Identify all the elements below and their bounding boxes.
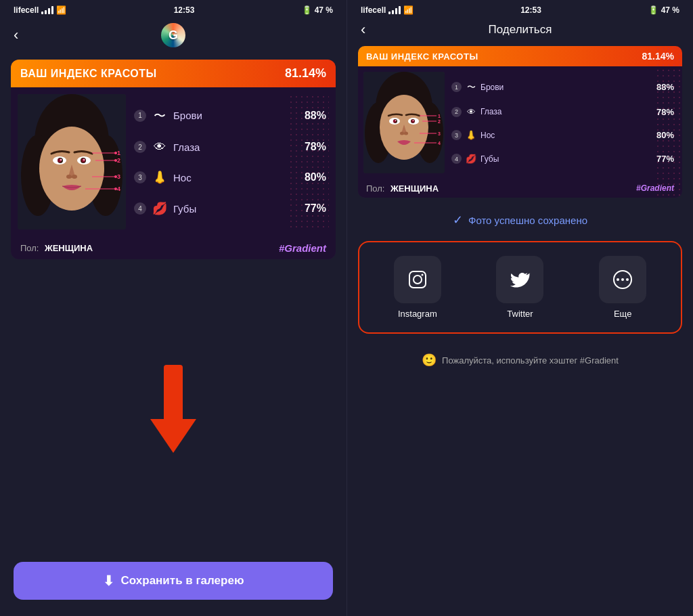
svg-point-51: [413, 276, 422, 284]
back-button-right[interactable]: ‹: [361, 21, 365, 39]
metric-row-lips: 4 💋 Губы 77%: [134, 201, 326, 216]
metric-row-sm-eyes: 2 👁 Глаза 78%: [451, 107, 674, 117]
beauty-score-left: 81.14%: [285, 66, 326, 81]
save-button-section: ⬇ Сохранить в галерею: [0, 551, 346, 616]
signal-bar-r4: [399, 6, 401, 14]
dot-background-sm: [655, 46, 682, 198]
signal-bar-3: [48, 8, 50, 14]
metric-row-sm-brows: 1 〜 Брови 88%: [451, 81, 674, 93]
beauty-score-right: 81.14%: [642, 51, 674, 62]
wifi-icon: 📶: [56, 5, 66, 15]
battery-right: 47 %: [661, 5, 679, 15]
twitter-icon-box: [496, 256, 543, 303]
save-to-gallery-button[interactable]: ⬇ Сохранить в галерею: [14, 562, 333, 600]
brows-value-sm: 88%: [656, 82, 674, 92]
card-footer-right: Пол: ЖЕНЩИНА #Gradient: [358, 179, 682, 198]
status-left-right: lifecell 📶: [361, 5, 413, 15]
gender-info-right: Пол: ЖЕНЩИНА: [366, 182, 439, 194]
nose-label-sm: Нос: [480, 131, 653, 140]
success-message: ✓ Фото успешно сохранено: [347, 202, 693, 236]
hashtag-right: #Gradient: [636, 183, 674, 193]
svg-text:1: 1: [117, 150, 120, 156]
top-nav-right: ‹ Поделиться: [347, 18, 693, 42]
twitter-label: Twitter: [507, 309, 533, 319]
right-phone-panel: lifecell 📶 12:53 🔋 47 % ‹ Поделиться ВАШ…: [346, 0, 693, 616]
svg-point-52: [421, 274, 423, 276]
gender-prefix-left: Пол:: [20, 243, 39, 253]
brows-icon-sm: 〜: [465, 81, 477, 93]
gradient-logo: G: [161, 23, 185, 47]
gender-value-left: ЖЕНЩИНА: [45, 243, 93, 253]
beauty-card-left: ВАШ ИНДЕКС КРАСОТЫ 81.14%: [11, 60, 336, 259]
svg-point-13: [58, 158, 62, 162]
signal-bar-2: [45, 10, 47, 14]
status-right-left: 🔋 47 %: [302, 5, 333, 15]
brows-label: Брови: [173, 110, 299, 121]
carrier-right: lifecell: [361, 5, 386, 15]
save-button-label: Сохранить в галерею: [121, 574, 244, 588]
metrics-list-right: 1 〜 Брови 88% 2 👁 Глаза 78% 3 👃 Нос 80%: [449, 72, 677, 173]
nose-value-sm: 80%: [656, 130, 674, 140]
time-left: 12:53: [174, 5, 195, 15]
nose-label: Нос: [173, 172, 299, 183]
gender-value-right: ЖЕНЩИНА: [390, 183, 439, 194]
svg-point-14: [81, 158, 85, 162]
back-button-left[interactable]: ‹: [14, 26, 18, 44]
battery-left: 47 %: [315, 5, 333, 15]
left-phone-panel: lifecell 📶 12:53 🔋 47 % ‹ G ВАШ ИНДЕКС К…: [0, 0, 346, 616]
wifi-icon-right: 📶: [403, 5, 413, 15]
svg-text:4: 4: [438, 141, 441, 146]
metric-row-sm-lips: 4 💋 Губы 77%: [451, 154, 674, 164]
save-icon: ⬇: [103, 573, 114, 589]
status-left: lifecell 📶: [14, 5, 66, 15]
share-area: Instagram Twitter Еще: [358, 241, 682, 334]
nose-icon: 👃: [152, 170, 168, 185]
more-icon-box: [599, 256, 646, 303]
metric-num-4: 4: [134, 202, 146, 215]
eyes-icon-sm: 👁: [465, 107, 477, 117]
signal-bar-4: [51, 6, 53, 14]
metric-num-3: 3: [134, 171, 146, 183]
arrow-shaft: [164, 365, 183, 419]
success-text: Фото успешно сохранено: [468, 215, 587, 226]
svg-point-12: [72, 175, 77, 179]
battery-icon: 🔋: [302, 5, 312, 15]
metric-num-2: 2: [134, 141, 146, 153]
more-share-button[interactable]: Еще: [599, 256, 646, 319]
status-right-right: 🔋 47 %: [648, 5, 679, 15]
svg-point-40: [393, 120, 397, 123]
brows-label-sm: Брови: [480, 83, 653, 92]
metric-num-sm-3: 3: [451, 130, 462, 140]
top-nav-left: ‹ G: [0, 18, 346, 53]
lips-icon: 💋: [152, 201, 168, 216]
svg-text:2: 2: [438, 119, 441, 124]
hashtag-reminder: 🙂 Пожалуйста, используйте хэштег #Gradie…: [347, 345, 693, 376]
svg-point-11: [66, 175, 72, 179]
smiley-icon: 🙂: [422, 353, 437, 368]
beauty-title-left: ВАШ ИНДЕКС КРАСОТЫ: [20, 68, 157, 80]
battery-icon-right: 🔋: [648, 5, 658, 15]
svg-text:4: 4: [117, 185, 120, 192]
status-bar-left: lifecell 📶 12:53 🔋 47 %: [0, 0, 346, 18]
nose-value: 80%: [305, 171, 326, 183]
metric-num-sm-4: 4: [451, 154, 462, 164]
svg-point-56: [626, 278, 629, 281]
face-image-left: 1 2 3 4: [18, 94, 126, 229]
signal-icon: [41, 6, 53, 14]
eyes-label-sm: Глаза: [480, 107, 653, 116]
svg-text:3: 3: [438, 131, 441, 136]
more-label: Еще: [614, 309, 631, 319]
twitter-share-button[interactable]: Twitter: [496, 256, 543, 319]
hashtag-reminder-text: Пожалуйста, используйте хэштег #Gradient: [442, 355, 619, 366]
metric-row-nose: 3 👃 Нос 80%: [134, 170, 326, 185]
beauty-content-left: 1 2 3 4 1 〜 Брови 88%: [11, 87, 336, 236]
signal-bar-1: [41, 12, 43, 14]
metric-row-sm-nose: 3 👃 Нос 80%: [451, 130, 674, 140]
check-icon: ✓: [453, 213, 463, 227]
beauty-title-right: ВАШ ИНДЕКС КРАСОТЫ: [366, 51, 478, 62]
svg-rect-50: [409, 271, 426, 288]
instagram-share-button[interactable]: Instagram: [394, 256, 441, 319]
svg-point-39: [404, 132, 408, 135]
svg-point-41: [411, 120, 415, 123]
signal-icon-right: [388, 6, 401, 14]
